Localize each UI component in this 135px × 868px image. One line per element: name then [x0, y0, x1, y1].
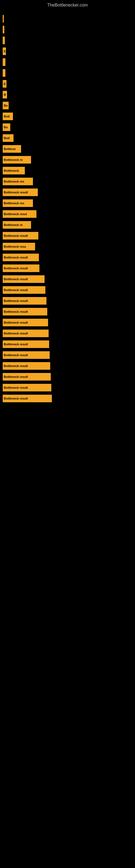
bar-row: Bottleneck resu	[3, 242, 132, 251]
bar-35: Bottleneck result	[3, 395, 52, 402]
bar-row: Bottleneck result	[3, 372, 132, 381]
bar-0	[3, 15, 4, 23]
bar-16: Bottleneck result	[3, 188, 38, 196]
bar-row	[3, 14, 132, 23]
bar-13: Bottleneck re	[3, 156, 31, 163]
bar-row: Bottleneck	[3, 166, 132, 175]
bar-10: Bo	[3, 123, 10, 131]
bar-row: Bottleneck re	[3, 155, 132, 164]
bar-row: Bottleneck re	[3, 220, 132, 229]
bar-19: Bottleneck re	[3, 221, 31, 229]
bar-33: Bottleneck result	[3, 373, 51, 380]
bar-row: Bottleneck result	[3, 383, 132, 392]
bar-20: Bottleneck result	[3, 232, 38, 240]
bar-18: Bottleneck resul	[3, 210, 37, 218]
bar-row: Bottleneck res	[3, 177, 132, 186]
bar-row: Bottleneck result	[3, 264, 132, 273]
bar-row: Bottleneck result	[3, 329, 132, 338]
bar-4	[3, 58, 5, 66]
bar-27: Bottleneck result	[3, 308, 47, 315]
bar-5	[3, 69, 5, 77]
bar-row: Bottleneck result	[3, 275, 132, 283]
bar-row: E	[3, 47, 132, 56]
bars-container: EEBBoBottBoBottBottleneBottleneck reBott…	[0, 9, 135, 408]
bar-row	[3, 69, 132, 77]
bar-22: Bottleneck result	[3, 254, 39, 261]
bar-32: Bottleneck result	[3, 362, 50, 370]
bar-row: Bo	[3, 101, 132, 110]
bar-34: Bottleneck result	[3, 384, 51, 392]
bar-row: Bottleneck result	[3, 340, 132, 348]
bar-17: Bottleneck res	[3, 199, 33, 207]
bar-15: Bottleneck res	[3, 178, 33, 185]
bar-row: Bottleneck res	[3, 199, 132, 208]
bar-21: Bottleneck resu	[3, 243, 35, 250]
bar-1	[3, 26, 4, 33]
bar-row: Bottlene	[3, 145, 132, 153]
bar-29: Bottleneck result	[3, 330, 49, 337]
bar-3: E	[3, 48, 6, 55]
bar-14: Bottleneck	[3, 167, 25, 175]
bar-row	[3, 25, 132, 34]
bar-12: Bottlene	[3, 145, 21, 153]
bar-row	[3, 58, 132, 66]
bar-28: Bottleneck result	[3, 319, 48, 326]
bar-6: E	[3, 80, 6, 88]
bar-row: Bottleneck result	[3, 307, 132, 316]
bar-row: Bott	[3, 112, 132, 121]
bar-row: Bottleneck result	[3, 286, 132, 294]
bar-31: Bottleneck result	[3, 351, 50, 359]
bar-24: Bottleneck result	[3, 275, 45, 283]
bar-row: Bottleneck result	[3, 362, 132, 370]
bar-30: Bottleneck result	[3, 340, 49, 348]
bar-row: E	[3, 80, 132, 88]
bar-7: B	[3, 91, 7, 98]
bar-row: Bottleneck result	[3, 188, 132, 197]
bar-row: Bottleneck result	[3, 253, 132, 262]
bar-8: Bo	[3, 102, 9, 109]
site-title: TheBottlenecker.com	[0, 0, 135, 9]
bar-23: Bottleneck result	[3, 265, 39, 272]
bar-row: Bo	[3, 123, 132, 131]
bar-2	[3, 37, 5, 44]
bar-row	[3, 36, 132, 45]
bar-row: Bottleneck result	[3, 394, 132, 403]
bar-row: Bott	[3, 134, 132, 143]
bar-25: Bottleneck result	[3, 286, 45, 294]
bar-11: Bott	[3, 134, 13, 142]
bar-9: Bott	[3, 113, 13, 120]
bar-26: Bottleneck result	[3, 297, 46, 305]
bar-row: Bottleneck result	[3, 231, 132, 240]
bar-row: Bottleneck result	[3, 351, 132, 360]
bar-row: Bottleneck resul	[3, 210, 132, 218]
bar-row: Bottleneck result	[3, 318, 132, 327]
bar-row: Bottleneck result	[3, 297, 132, 305]
bar-row: B	[3, 90, 132, 99]
